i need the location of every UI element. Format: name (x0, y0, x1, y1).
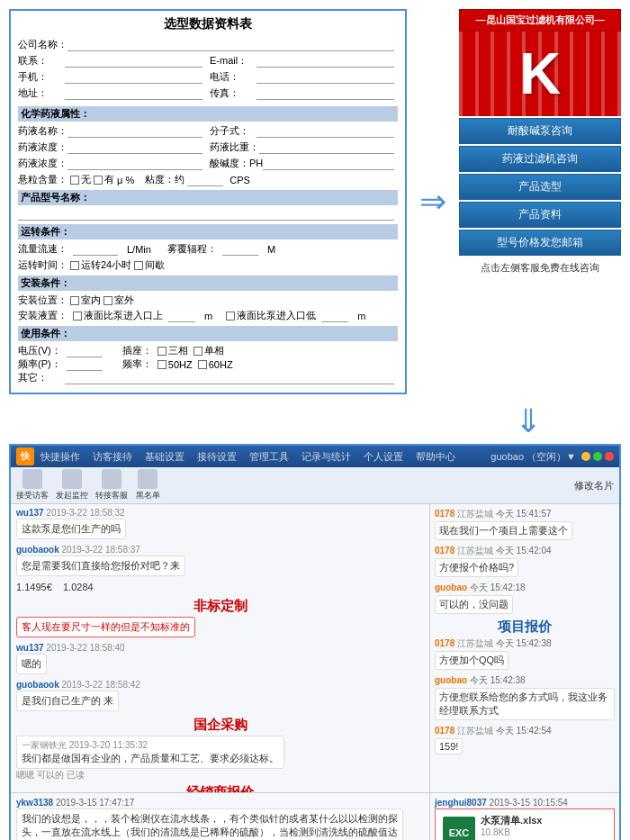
range-field[interactable] (222, 243, 258, 256)
purity-field[interactable] (68, 158, 202, 170)
nav-item-6[interactable]: 个人设置 (361, 448, 406, 465)
toolbar-btn-blacklist[interactable]: 黑名单 (135, 469, 160, 501)
voltage-field[interactable] (67, 345, 103, 357)
cb-below[interactable]: 液面比泵进入口低 (226, 309, 316, 322)
chat-left-panel: wu137 2019-3-22 18:58:32 这款泵是您们生产的吗 guob… (11, 504, 430, 792)
sg-field[interactable] (259, 141, 394, 154)
mol-row: 分子式： (210, 124, 398, 138)
cb-bl (226, 312, 235, 321)
freq-field[interactable] (67, 358, 103, 371)
label-xiangmu: 项目报价 (435, 619, 615, 636)
msg-meta-3: wu137 2019-3-22 18:58:40 (16, 643, 424, 653)
cb-60 (198, 360, 207, 369)
toolbar-btn-transfer[interactable]: 转接客服 (95, 469, 128, 501)
bottom-right-user: jenghui8037 (435, 798, 487, 808)
above-unit: m (204, 311, 212, 321)
hz50-label: 50HZ (168, 359, 193, 370)
bottom-msg-1: ykw3138 2019-3-15 17:47:17 我们的设想是，，，装个检测… (16, 798, 424, 840)
maximize-button[interactable] (593, 452, 602, 461)
cb-indoor[interactable]: 室内 (70, 294, 101, 307)
nav-item-0[interactable]: 快捷操作 (38, 448, 83, 465)
viscosity-unit: CPS (230, 175, 250, 185)
msg-block-2: guobaook 2019-3-22 18:58:37 您是需要我们直接给您报价… (16, 545, 424, 576)
brand-menu-item-0[interactable]: 耐酸碱泵咨询 (459, 118, 621, 144)
brand-menu-item-2[interactable]: 产品选型 (459, 174, 621, 200)
cb-single[interactable]: 单相 (194, 344, 224, 357)
purity-label: 药液浓度： (18, 157, 68, 170)
brand-menu-item-4[interactable]: 型号价格发您邮箱 (459, 230, 621, 256)
range-unit: M (267, 244, 275, 255)
rmsg-user-5: guobao (435, 675, 467, 685)
purity-ph-row: 药液浓度： 酸碱度：PH (18, 157, 398, 173)
minimize-button[interactable] (581, 452, 590, 461)
rmsg-user-1: 0178 (435, 509, 454, 519)
toolbar-btn-monitor[interactable]: 发起监控 (56, 469, 88, 501)
pipe-row: 安装液置： 液面比泵进入口上 m 液面比泵进入口低 m (18, 309, 398, 322)
address-row: 地址： (18, 86, 206, 100)
brand-footer: 点击左侧客服免费在线咨询 (459, 261, 621, 275)
switch-label: 插座： (122, 344, 152, 357)
bottom-user-1: ykw3138 (16, 798, 53, 808)
other-field[interactable] (65, 372, 394, 384)
ph-field[interactable] (263, 158, 394, 170)
address-label: 地址： (18, 86, 65, 100)
brand-menu-item-1[interactable]: 药液过滤机咨询 (459, 146, 621, 172)
runtime-row: 运转时间： 运转24小时 间歇 (18, 258, 398, 272)
guoqi-status: 嗯嗯 可以的 已读 (16, 769, 424, 781)
chat-section: 快 快捷操作 访客接待 基础设置 接待设置 管理工具 记录与统计 个人设置 帮助… (9, 444, 621, 840)
particle-none[interactable]: 无 (70, 173, 91, 186)
brand-name: —昆山国宝过滤机有限公司— (476, 14, 605, 27)
cb-cont (70, 261, 79, 270)
cb-continuous[interactable]: 运转24小时 (70, 258, 131, 272)
msg-block-4: guobaook 2019-3-22 18:58:42 是我们自己生产的 来 (16, 680, 424, 711)
email-field[interactable] (256, 55, 394, 68)
contact-field[interactable] (65, 55, 202, 68)
label-jingxiao: 经销商报价 (16, 784, 424, 792)
nav-item-2[interactable]: 基础设置 (142, 448, 187, 465)
cb-have (94, 176, 103, 185)
above-field[interactable] (168, 310, 195, 322)
toolbar-btn-card[interactable]: 修改名片 (574, 479, 614, 492)
toolbar-btn-accept[interactable]: 接受访客 (16, 469, 49, 501)
conc-field[interactable] (68, 141, 202, 154)
chat-toolbar: 接受访客 发起监控 转接客服 黑名单 修改名片 (11, 467, 619, 504)
brand-header: —昆山国宝过滤机有限公司— (459, 9, 621, 32)
nav-item-4[interactable]: 管理工具 (247, 448, 292, 465)
address-field[interactable] (65, 87, 202, 100)
fax-field[interactable] (256, 87, 394, 100)
cb-three[interactable]: 三相 (158, 344, 188, 357)
mol-field[interactable] (256, 125, 394, 138)
cb-above[interactable]: 液面比泵进入口上 (73, 309, 163, 322)
cb-outdoor[interactable]: 室外 (104, 294, 134, 307)
cb-50hz[interactable]: 50HZ (158, 359, 193, 370)
brand-menu-item-3[interactable]: 产品资料 (459, 202, 621, 228)
close-button[interactable] (605, 452, 614, 461)
chat-messages-left: wu137 2019-3-22 18:58:32 这款泵是您们生产的吗 guob… (11, 504, 429, 792)
model-field[interactable] (18, 208, 394, 221)
cb-intermittent[interactable]: 间歇 (134, 258, 165, 272)
tel-field[interactable] (256, 71, 394, 84)
nav-item-7[interactable]: 帮助中心 (413, 448, 458, 465)
nav-item-1[interactable]: 访客接待 (90, 448, 135, 465)
cb-in (70, 296, 79, 305)
hz-label: 频率： (122, 357, 152, 371)
msg-time-2: 2019-3-22 18:58:37 (62, 545, 140, 555)
chat-user-status: guobao （空闲）▼ (490, 450, 576, 464)
rmsg-loc-1: 江苏盐城 (457, 509, 493, 519)
have-label: 有 (104, 173, 114, 186)
intermittent-label: 间歇 (145, 258, 165, 272)
nav-item-5[interactable]: 记录与统计 (299, 448, 354, 465)
cb-60hz[interactable]: 60HZ (198, 359, 233, 370)
drug-name-field[interactable] (68, 125, 202, 138)
phone-field[interactable] (65, 71, 202, 84)
install-section: 安装条件： (18, 275, 398, 291)
below-field[interactable] (321, 310, 348, 322)
rmsg-meta-2: 0178 江苏盐城 今天 15:42:04 (435, 545, 615, 557)
viscosity-field[interactable] (187, 174, 223, 186)
nav-item-3[interactable]: 接待设置 (194, 448, 239, 465)
sg-row: 药液比重： (210, 140, 398, 154)
label-feidingzhi: 非标定制 (16, 598, 424, 615)
particle-have[interactable]: 有 (94, 173, 114, 186)
flow-field[interactable] (73, 243, 118, 256)
company-field[interactable] (68, 39, 394, 51)
